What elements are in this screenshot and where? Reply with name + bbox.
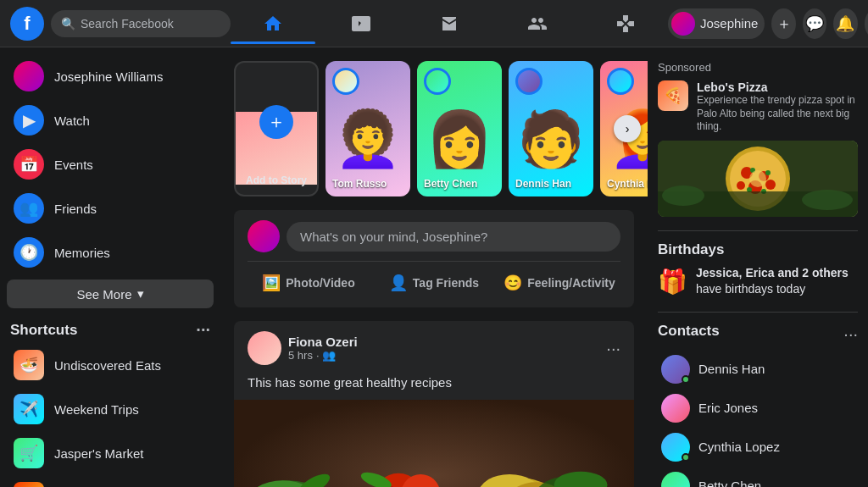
stories-next-button[interactable]: ›	[614, 115, 641, 142]
sponsored-label: Sponsored	[658, 61, 858, 74]
sidebar-friends-label: Friends	[54, 202, 97, 216]
facebook-logo[interactable]: f	[10, 7, 44, 41]
sidebar-events-label: Events	[54, 158, 93, 172]
divider-2	[658, 312, 858, 313]
feeling-icon: 😊	[504, 274, 522, 292]
sidebar-item-undiscovered-eats[interactable]: 🍜 Undiscovered Eats	[3, 343, 217, 387]
nav-marketplace-button[interactable]	[407, 3, 492, 44]
tag-icon: 👤	[389, 274, 408, 292]
contact-name-betty: Betty Chen	[698, 479, 761, 487]
feeling-activity-button[interactable]: 😊 Feeling/Activity	[498, 268, 620, 297]
events-icon: 📅	[14, 149, 44, 180]
birthday-icon: 🎁	[658, 268, 687, 296]
photo-video-button[interactable]: 🖼️ Photo/Video	[248, 268, 370, 297]
create-post-avatar	[248, 220, 280, 252]
story-dennis-han[interactable]: 🧑 Dennis Han	[509, 61, 593, 196]
sponsor-info: Lebo's Pizza Experience the trendy pizza…	[697, 80, 858, 134]
sponsor-desc: Experience the trendy pizza spot in Palo…	[697, 94, 858, 134]
nav-gaming-button[interactable]	[583, 3, 668, 44]
sidebar-item-friends[interactable]: 👥 Friends	[3, 186, 217, 230]
news-feed: ＋ Add to Story 👩‍🦱 Tom Russo 👩 Betty Che…	[220, 47, 648, 487]
create-post-actions: 🖼️ Photo/Video 👤 Tag Friends 😊 Feeling/A…	[248, 261, 620, 297]
birthday-suffix: have birthdays today	[696, 282, 805, 296]
add-button[interactable]: ＋	[771, 8, 795, 39]
create-post-box: What's on your mind, Josephine? 🖼️ Photo…	[234, 210, 634, 307]
add-story-label: Add to Story	[236, 174, 317, 186]
contact-avatar-dennis	[661, 355, 690, 384]
search-bar[interactable]: 🔍 Search Facebook	[51, 10, 231, 37]
story-name-cynthia: Cynthia Lopez	[607, 178, 648, 190]
story-name-betty: Betty Chen	[424, 178, 495, 190]
birthday-text: Jessica, Erica and 2 others have birthda…	[696, 265, 858, 298]
sidebar-item-weekend-trips[interactable]: ✈️ Weekend Trips	[3, 387, 217, 431]
story-avatar-tom	[332, 68, 359, 95]
birthday-names: Jessica, Erica and 2 others	[696, 266, 849, 279]
svg-point-29	[737, 181, 745, 190]
contact-item-eric[interactable]: Eric Jones	[658, 389, 858, 428]
contacts-header: Contacts ···	[658, 323, 858, 346]
jaspers-market-label: Jasper's Market	[54, 446, 143, 461]
stories-row: ＋ Add to Story 👩‍🦱 Tom Russo 👩 Betty Che…	[234, 61, 634, 196]
story-tom-russo[interactable]: 👩‍🦱 Tom Russo	[326, 61, 410, 196]
sidebar-item-red-table-talk[interactable]: 🔴 Red Table Talk Group	[3, 475, 217, 487]
contact-item-dennis[interactable]: Dennis Han	[658, 350, 858, 389]
sponsor-item: 🍕 Lebo's Pizza Experience the trendy piz…	[658, 80, 858, 134]
undiscovered-eats-icon: 🍜	[14, 350, 44, 380]
contacts-options-icon[interactable]: ···	[843, 324, 858, 344]
messenger-button[interactable]: 💬	[803, 8, 826, 39]
post-options-button[interactable]: ···	[606, 339, 620, 358]
see-more-label: See More	[76, 287, 131, 302]
search-input[interactable]: Search Facebook	[81, 17, 174, 30]
nav-home-button[interactable]	[231, 3, 315, 44]
sidebar-item-jaspers-market[interactable]: 🛒 Jasper's Market	[3, 431, 217, 475]
post-meta: Fiona Ozeri 5 hrs · 👥	[288, 335, 599, 362]
contacts-section: Contacts ··· Dennis Han Eric Jones Cynth…	[658, 323, 858, 487]
story-name-dennis: Dennis Han	[515, 178, 587, 190]
notifications-button[interactable]: 🔔	[833, 8, 857, 39]
contact-item-cynthia[interactable]: Cynthia Lopez	[658, 428, 858, 467]
undiscovered-eats-label: Undiscovered Eats	[54, 358, 161, 373]
contact-avatar-cynthia	[661, 433, 690, 462]
birthday-item: 🎁 Jessica, Erica and 2 others have birth…	[658, 265, 858, 298]
top-navigation: f 🔍 Search Facebook Josephine ＋ 💬 🔔 ▾	[0, 0, 868, 47]
jaspers-market-icon: 🛒	[14, 438, 44, 468]
tag-friends-label: Tag Friends	[413, 276, 479, 290]
menu-button[interactable]: ▾	[865, 8, 868, 39]
svg-point-30	[765, 180, 776, 190]
shortcuts-options-icon[interactable]: ···	[196, 320, 210, 340]
story-avatar-dennis	[515, 68, 542, 95]
contacts-title: Contacts	[658, 323, 720, 340]
nav-watch-button[interactable]	[319, 3, 403, 44]
nav-groups-button[interactable]	[495, 3, 580, 44]
contact-item-betty[interactable]: Betty Chen	[658, 467, 858, 487]
sponsor-name[interactable]: Lebo's Pizza	[697, 80, 858, 94]
tag-friends-button[interactable]: 👤 Tag Friends	[373, 268, 495, 297]
contact-name-dennis: Dennis Han	[698, 362, 765, 376]
post-image	[234, 400, 634, 487]
main-layout: Josephine Williams ▶ Watch 📅 Events 👥 Fr…	[0, 47, 868, 487]
sidebar-item-events[interactable]: 📅 Events	[3, 142, 217, 186]
sponsored-section: Sponsored 🍕 Lebo's Pizza Experience the …	[658, 61, 858, 217]
contact-avatar-betty	[661, 472, 690, 487]
sidebar-right: Sponsored 🍕 Lebo's Pizza Experience the …	[648, 47, 868, 487]
nav-center	[231, 3, 668, 44]
birthdays-title: Birthdays	[658, 241, 858, 258]
post-header: Fiona Ozeri 5 hrs · 👥 ···	[234, 321, 634, 375]
sidebar-left: Josephine Williams ▶ Watch 📅 Events 👥 Fr…	[0, 47, 220, 487]
svg-point-37	[662, 185, 704, 206]
sidebar-item-josephine[interactable]: Josephine Williams	[3, 54, 217, 98]
see-more-button[interactable]: See More ▾	[7, 279, 214, 308]
post-author-avatar[interactable]	[248, 331, 281, 365]
add-story-card[interactable]: ＋ Add to Story	[234, 61, 319, 196]
nav-left: f 🔍 Search Facebook	[10, 7, 231, 41]
user-profile-chip[interactable]: Josephine	[668, 8, 765, 39]
post-time-value: 5 hrs	[288, 349, 313, 362]
story-avatar-cynthia	[607, 68, 634, 95]
sidebar-item-memories[interactable]: 🕐 Memories	[3, 230, 217, 274]
story-avatar-betty	[424, 68, 451, 95]
sidebar-memories-label: Memories	[54, 246, 110, 260]
story-betty-chen[interactable]: 👩 Betty Chen	[417, 61, 502, 196]
sponsor-image[interactable]	[658, 141, 858, 217]
sidebar-item-watch[interactable]: ▶ Watch	[3, 98, 217, 142]
create-post-input[interactable]: What's on your mind, Josephine?	[287, 222, 620, 252]
